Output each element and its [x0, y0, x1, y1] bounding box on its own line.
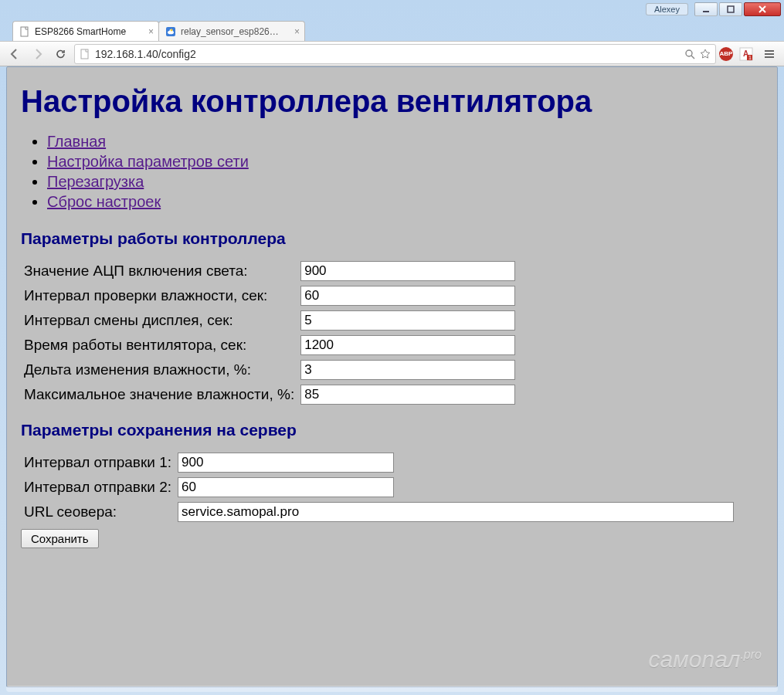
close-button[interactable] — [744, 2, 781, 16]
reload-button[interactable] — [51, 44, 71, 64]
reload-icon — [55, 48, 67, 60]
section-title-controller: Параметры работы контроллера — [21, 229, 763, 248]
display-switch-interval-input[interactable] — [300, 310, 515, 331]
menu-icon — [763, 48, 776, 60]
field-label: Интервал смены дисплея, сек: — [21, 308, 297, 333]
address-bar[interactable]: 192.168.1.40/config2 — [74, 44, 716, 64]
nav-list: Главная Настройка параметров сети Переза… — [47, 133, 763, 211]
svg-text:1: 1 — [748, 55, 752, 60]
adc-light-on-input[interactable] — [300, 261, 515, 281]
save-button[interactable]: Сохранить — [21, 529, 99, 548]
field-label: Интервал отправки 1: — [21, 450, 175, 475]
humidity-max-input[interactable] — [300, 385, 515, 405]
svg-rect-4 — [21, 27, 28, 36]
maximize-button[interactable] — [719, 2, 742, 16]
page-icon — [80, 49, 90, 59]
browser-toolbar: 192.168.1.40/config2 ABP A1 — [0, 41, 784, 66]
zoom-icon[interactable] — [684, 49, 695, 59]
user-pill: Alexey — [646, 3, 688, 15]
list-item: Главная — [47, 133, 763, 151]
field-label: Дельта изменения влажности, %: — [21, 358, 297, 382]
tab-label: ESP8266 SmartHome — [35, 26, 126, 37]
send-interval-2-input[interactable] — [178, 477, 394, 497]
page-content: Настройка контроллера вентилятора Главна… — [7, 67, 777, 571]
window-bottom-frame — [6, 686, 778, 692]
controller-params-table: Значение АЦП включения света: Интервал п… — [21, 259, 518, 407]
forward-button[interactable] — [28, 44, 48, 64]
list-item: Сброс настроек — [47, 193, 763, 211]
cloud-icon — [165, 26, 176, 37]
back-button[interactable] — [5, 44, 25, 64]
svg-point-10 — [686, 50, 692, 56]
list-item: Настройка параметров сети — [47, 153, 763, 171]
tab-label: relay_sensor_esp826… — [181, 26, 279, 37]
nav-link-reboot[interactable]: Перезагрузка — [47, 173, 144, 190]
minimize-icon — [702, 5, 710, 13]
maximize-icon — [727, 5, 735, 13]
nav-link-reset[interactable]: Сброс настроек — [47, 193, 161, 210]
tab-0[interactable]: ESP8266 SmartHome × — [12, 21, 159, 41]
tab-close-icon[interactable]: × — [294, 26, 300, 37]
humidity-check-interval-input[interactable] — [300, 286, 515, 306]
field-label: Интервал отправки 2: — [21, 475, 175, 500]
svg-rect-1 — [728, 6, 734, 12]
tab-strip: ESP8266 SmartHome × relay_sensor_esp826…… — [0, 19, 784, 41]
close-icon — [758, 5, 767, 14]
svg-rect-9 — [81, 49, 88, 59]
abp-extension-icon[interactable]: ABP — [719, 47, 733, 61]
watermark: самопал.pro — [649, 646, 762, 673]
svg-line-11 — [691, 56, 694, 59]
file-icon — [19, 26, 30, 37]
server-url-input[interactable] — [178, 502, 734, 522]
field-label: Максимальное значение влажности, %: — [21, 382, 297, 407]
a1-icon: A1 — [739, 47, 753, 61]
field-label: Интервал проверки влажности, сек: — [21, 283, 297, 308]
section-title-server: Параметры сохранения на сервер — [21, 421, 763, 439]
tab-close-icon[interactable]: × — [148, 26, 154, 37]
list-item: Перезагрузка — [47, 173, 763, 191]
menu-button[interactable] — [759, 44, 779, 64]
server-params-table: Интервал отправки 1: Интервал отправки 2… — [21, 450, 737, 524]
page-title: Настройка контроллера вентилятора — [21, 84, 763, 119]
humidity-delta-input[interactable] — [300, 360, 515, 380]
minimize-button[interactable] — [694, 2, 718, 16]
fan-runtime-input[interactable] — [300, 335, 515, 355]
field-label: Значение АЦП включения света: — [21, 259, 297, 283]
send-interval-1-input[interactable] — [178, 453, 394, 473]
nav-link-network[interactable]: Настройка параметров сети — [47, 153, 249, 170]
address-url[interactable]: 192.168.1.40/config2 — [95, 48, 684, 60]
star-icon[interactable] — [700, 49, 711, 59]
tab-1[interactable]: relay_sensor_esp826… × — [158, 21, 305, 41]
viewport: Настройка контроллера вентилятора Главна… — [6, 66, 778, 687]
field-label: URL сеовера: — [21, 500, 175, 524]
window-titlebar: Alexey — [0, 0, 784, 19]
forward-icon — [32, 48, 44, 60]
svg-point-8 — [171, 29, 173, 31]
back-icon — [8, 48, 21, 60]
nav-link-home[interactable]: Главная — [47, 133, 106, 150]
extension-a1-icon[interactable]: A1 — [736, 44, 756, 64]
field-label: Время работы вентилятора, сек: — [21, 333, 297, 358]
